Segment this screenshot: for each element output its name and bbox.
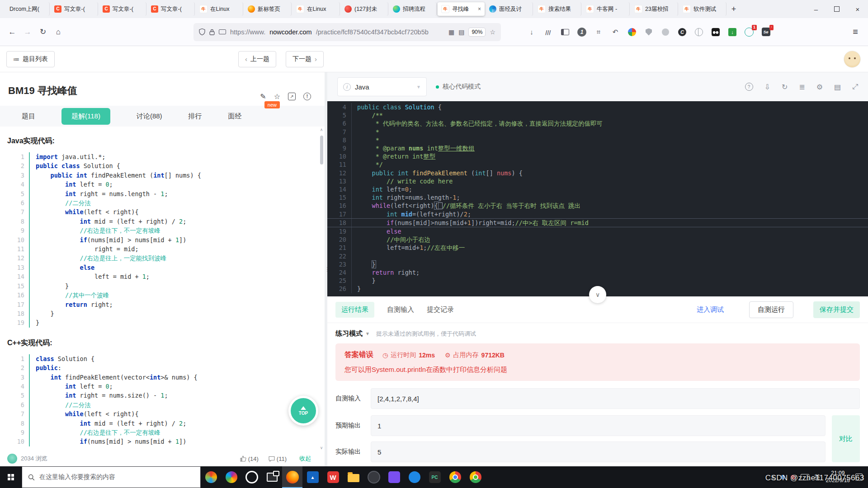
problem-tab[interactable]: 讨论(88) <box>137 108 162 125</box>
problem-list-button[interactable]: ≔ 题目列表 <box>6 51 55 67</box>
screenshot-icon[interactable]: ⌗ <box>593 27 604 38</box>
code-line[interactable]: 25 } <box>327 277 868 285</box>
qr-code-icon[interactable]: ▦ <box>448 28 454 36</box>
tracking-shield-icon[interactable] <box>199 28 205 35</box>
code-line[interactable]: 14 int left=0; <box>327 185 868 193</box>
browser-tab[interactable]: C写文章-( <box>147 2 195 16</box>
problem-tab[interactable]: 题目 <box>22 108 35 125</box>
browser-tab[interactable]: C写文章-( <box>51 2 98 16</box>
bookmark-star-icon[interactable]: ☆ <box>490 28 495 36</box>
browser-tab[interactable]: 牛在Linux <box>292 2 340 16</box>
menu-icon[interactable]: ≡ <box>847 27 863 37</box>
problem-tab[interactable]: 排行 <box>189 108 202 125</box>
purple-app-icon[interactable] <box>384 466 404 488</box>
practice-caret-icon[interactable]: ▼ <box>365 331 370 336</box>
blue-app-icon[interactable] <box>404 466 425 488</box>
browser-tab[interactable]: 牛软件测试 <box>679 2 726 16</box>
maximize-button[interactable] <box>826 0 847 18</box>
sidebar-icon[interactable] <box>560 27 571 38</box>
code-line[interactable]: 17 int mid=(left+right)/2; <box>327 210 868 218</box>
pycharm-icon[interactable]: PC <box>425 466 445 488</box>
installer-extension-icon[interactable]: ↓ <box>727 27 738 38</box>
permissions-icon[interactable] <box>219 29 226 34</box>
new-tab-button[interactable]: + <box>727 2 741 16</box>
colorful-birds-app-icon[interactable] <box>201 466 221 488</box>
help-icon[interactable]: ? <box>745 83 753 91</box>
code-line[interactable]: 5 /** <box>327 111 868 119</box>
taskbar-search[interactable]: 在这里输入你要搜索的内容 <box>22 466 201 488</box>
browser-tab[interactable]: 牛23届校招 <box>631 2 678 16</box>
circle-app-icon[interactable] <box>241 466 262 488</box>
code-line[interactable]: 24 return right; <box>327 268 868 277</box>
back-button[interactable]: ← <box>5 24 20 40</box>
collapse-editor-button[interactable]: ∨ <box>589 286 606 303</box>
collapse-article-link[interactable]: 收起 <box>299 455 311 463</box>
colorful-parrot-app-icon[interactable] <box>221 466 241 488</box>
article-scrollbar[interactable]: ∧ ∨ <box>319 127 324 450</box>
code-line[interactable]: 20 //中间小于右边 <box>327 235 868 244</box>
gray-ball-extension-icon[interactable] <box>660 27 671 38</box>
download-icon[interactable]: ↓ <box>526 27 537 38</box>
code-line[interactable]: 18 if(nums[mid]>nums[mid+1])right=mid;//… <box>327 218 868 227</box>
favorite-star-icon[interactable]: ☆ <box>274 92 280 101</box>
library-icon[interactable]: ||| <box>542 27 555 38</box>
browser-tab[interactable]: C写文章-( <box>99 2 146 16</box>
lock-icon[interactable] <box>209 29 215 35</box>
browser-tab[interactable]: 新标签页 <box>244 2 292 16</box>
user-avatar[interactable] <box>844 51 861 68</box>
browser-tab[interactable]: (127封未 <box>341 2 388 16</box>
result-tab[interactable]: 自测输入 <box>387 305 414 314</box>
code-line[interactable]: 4public class Solution { <box>327 103 868 111</box>
fullscreen-icon[interactable]: ⤢ <box>852 83 858 91</box>
browser-tab[interactable]: Drcom上网( <box>2 2 50 16</box>
download-code-icon[interactable]: ⇩ <box>764 83 770 91</box>
scroll-up-icon[interactable]: ∧ <box>320 127 323 132</box>
next-problem-button[interactable]: 下一题 › <box>286 51 324 67</box>
back-to-top-button[interactable]: TOP <box>288 396 318 426</box>
forward-button[interactable]: → <box>20 24 35 40</box>
compare-button[interactable]: 对比 <box>832 415 860 462</box>
like-button[interactable]: (14) <box>240 455 259 462</box>
problem-tab[interactable]: 面经 <box>228 108 242 125</box>
browser-tab[interactable]: 牛在Linux <box>196 2 243 16</box>
comment-button[interactable]: (11) <box>269 455 287 462</box>
self-test-run-button[interactable]: 自测运行 <box>749 301 793 318</box>
zoom-level[interactable]: 90% <box>468 28 486 37</box>
panda-extension-icon[interactable] <box>710 27 721 38</box>
edit-icon[interactable]: ✎ <box>260 92 266 101</box>
result-tab[interactable]: 提交记录 <box>427 305 454 314</box>
browser-tab[interactable]: 牛牛客网 - <box>582 2 630 16</box>
code-line[interactable]: 13 // write code here <box>327 177 868 185</box>
share-icon[interactable]: ↗ <box>288 93 296 100</box>
dark-disc-app-icon[interactable] <box>363 466 384 488</box>
undo-icon[interactable]: ↶ <box>610 27 621 38</box>
format-code-icon[interactable]: ≣ <box>799 83 805 91</box>
chrome-icon[interactable] <box>445 466 465 488</box>
close-window-button[interactable]: × <box>847 0 868 18</box>
globe-extension-icon[interactable] <box>693 27 704 38</box>
editor-settings-icon[interactable]: ⚙ <box>816 83 823 91</box>
colorful-extension-icon[interactable] <box>627 27 637 38</box>
code-line[interactable]: 19 else <box>327 227 868 235</box>
code-line[interactable]: 10 * @return int整型 <box>327 152 868 160</box>
tab-close-icon[interactable]: × <box>478 6 481 12</box>
code-line[interactable]: 8 * <box>327 136 868 144</box>
code-line[interactable]: 22 <box>327 252 868 260</box>
browser-tab[interactable]: 招聘流程 <box>389 2 437 16</box>
photos-app-icon[interactable]: ▲ <box>302 466 323 488</box>
code-line[interactable]: 11 */ <box>327 160 868 169</box>
tree-extension-icon[interactable]: 1 <box>744 27 755 38</box>
shield-extension-icon[interactable] <box>643 27 654 38</box>
browser-tab[interactable]: 牛搜索结果 <box>534 2 581 16</box>
language-select[interactable]: i Java ▼ <box>337 77 427 96</box>
home-button[interactable]: ⌂ <box>51 24 66 40</box>
code-line[interactable]: 12 public int findPeakElement (int[] num… <box>327 169 868 177</box>
code-line[interactable]: 23 } <box>327 260 868 268</box>
prev-problem-button[interactable]: ‹ 上一题 <box>238 51 276 67</box>
scrollbar-thumb[interactable] <box>320 136 323 164</box>
author-avatar[interactable] <box>7 454 17 464</box>
code-line[interactable]: 6 * 代码中的类名、方法名、参数名已经指定，请勿修改，直接返回方法规定的值即可 <box>327 119 868 127</box>
address-bar[interactable]: https://www.nowcoder.com/practice/fcf875… <box>193 23 501 41</box>
reload-button[interactable]: ↻ <box>35 24 51 40</box>
selenium-extension-icon[interactable]: Se· <box>760 27 771 38</box>
